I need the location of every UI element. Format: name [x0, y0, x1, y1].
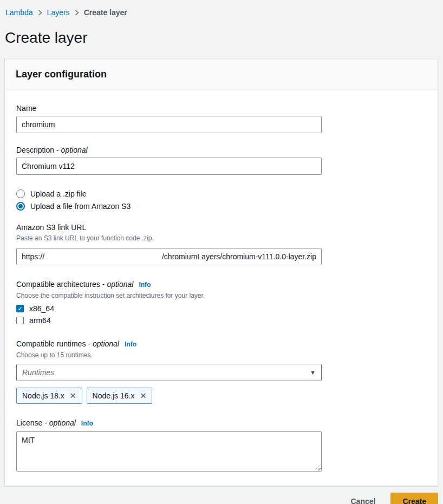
architectures-checkbox-group: ✓ x86_64 arm64	[16, 304, 427, 325]
license-label: License - optional Info	[16, 418, 427, 428]
breadcrumb: Lambda Layers Create layer	[0, 0, 443, 17]
runtimes-token-row: Node.js 18.x ✕ Node.js 16.x ✕	[16, 388, 427, 404]
description-optional-text: optional	[61, 145, 88, 155]
license-textarea[interactable]: MIT	[16, 431, 322, 472]
breadcrumb-separator-icon	[75, 10, 79, 16]
runtimes-optional-text: optional	[93, 339, 119, 349]
token-nodejs-18: Node.js 18.x ✕	[16, 388, 82, 404]
radio-upload-zip-label: Upload a .zip file	[30, 189, 87, 198]
runtimes-select[interactable]: Runtimes ▼	[16, 364, 322, 381]
name-input[interactable]	[16, 116, 322, 133]
breadcrumb-separator-icon	[38, 10, 42, 16]
checkbox-checked-icon[interactable]: ✓	[16, 305, 24, 312]
s3-url-value-prefix: https://	[22, 252, 44, 261]
architectures-field: Compatible architectures - optional Info…	[16, 279, 427, 325]
name-field: Name	[16, 103, 427, 133]
name-label: Name	[16, 103, 427, 113]
panel-body: Name Description - optional Upload a .zi…	[5, 90, 438, 486]
name-label-text: Name	[16, 103, 36, 113]
architectures-description: Choose the compatible instruction set ar…	[16, 291, 427, 300]
check-icon: ✓	[17, 306, 22, 312]
license-label-text: License -	[16, 418, 47, 428]
breadcrumb-link-layers[interactable]: Layers	[47, 8, 70, 17]
remove-token-icon[interactable]: ✕	[70, 392, 76, 400]
create-button[interactable]: Create	[390, 493, 438, 504]
checkbox-unchecked-icon[interactable]	[16, 317, 24, 324]
runtimes-select-placeholder: Runtimes	[22, 368, 54, 377]
s3-url-input[interactable]: https:// /chromiumLayers/chromium-v111.0…	[16, 248, 322, 265]
remove-token-icon[interactable]: ✕	[140, 392, 146, 400]
panel-title: Layer configuration	[16, 68, 427, 80]
radio-upload-zip[interactable]: Upload a .zip file	[16, 189, 427, 198]
runtimes-info-link[interactable]: Info	[125, 339, 136, 349]
description-field: Description - optional	[16, 145, 427, 175]
license-optional-text: optional	[49, 418, 76, 428]
panel-header: Layer configuration	[5, 58, 438, 90]
checkbox-x86-64-label: x86_64	[29, 304, 54, 313]
checkbox-arm64[interactable]: arm64	[16, 316, 427, 325]
s3-url-field: Amazon S3 link URL Paste an S3 link URL …	[16, 222, 427, 265]
breadcrumb-link-lambda[interactable]: Lambda	[5, 8, 33, 17]
token-nodejs-16: Node.js 16.x ✕	[87, 388, 153, 404]
breadcrumb-current-create-layer: Create layer	[84, 8, 127, 17]
architectures-label: Compatible architectures - optional Info	[16, 279, 427, 290]
s3-url-description: Paste an S3 link URL to your function co…	[16, 234, 427, 243]
radio-upload-s3[interactable]: Upload a file from Amazon S3	[16, 202, 427, 211]
runtimes-field: Compatible runtimes - optional Info Choo…	[16, 339, 427, 404]
resize-handle-icon[interactable]	[315, 464, 321, 470]
checkbox-arm64-label: arm64	[29, 316, 51, 325]
description-label: Description - optional	[16, 145, 427, 155]
create-layer-page: Lambda Layers Create layer Create layer …	[0, 0, 443, 504]
layer-configuration-panel: Layer configuration Name Description - o…	[4, 58, 438, 486]
license-field: License - optional Info MIT	[16, 418, 427, 472]
architectures-info-link[interactable]: Info	[139, 280, 151, 290]
license-info-link[interactable]: Info	[81, 418, 93, 428]
description-input[interactable]	[16, 158, 322, 175]
checkbox-x86-64[interactable]: ✓ x86_64	[16, 304, 427, 313]
dropdown-caret-icon: ▼	[310, 370, 316, 376]
description-label-text: Description -	[16, 145, 59, 155]
s3-url-label: Amazon S3 link URL	[16, 222, 427, 232]
radio-unselected-icon[interactable]	[16, 189, 25, 198]
page-title: Create layer	[5, 29, 443, 47]
s3-url-value-suffix: /chromiumLayers/chromium-v111.0.0-layer.…	[162, 252, 316, 261]
runtimes-label: Compatible runtimes - optional Info	[16, 339, 427, 349]
token-nodejs-18-label: Node.js 18.x	[22, 391, 64, 400]
architectures-optional-text: optional	[107, 279, 133, 289]
runtimes-description: Choose up to 15 runtimes.	[16, 351, 427, 359]
form-actions: Cancel Create	[0, 486, 443, 504]
s3-url-label-text: Amazon S3 link URL	[16, 222, 86, 232]
runtimes-label-text: Compatible runtimes -	[16, 339, 90, 349]
architectures-label-text: Compatible architectures -	[16, 279, 105, 289]
radio-upload-s3-label: Upload a file from Amazon S3	[30, 202, 131, 211]
cancel-button[interactable]: Cancel	[350, 497, 375, 504]
license-value: MIT	[22, 436, 35, 444]
token-nodejs-16-label: Node.js 16.x	[93, 391, 135, 400]
upload-method-radio-group: Upload a .zip file Upload a file from Am…	[16, 189, 427, 211]
radio-selected-icon[interactable]	[16, 202, 25, 211]
